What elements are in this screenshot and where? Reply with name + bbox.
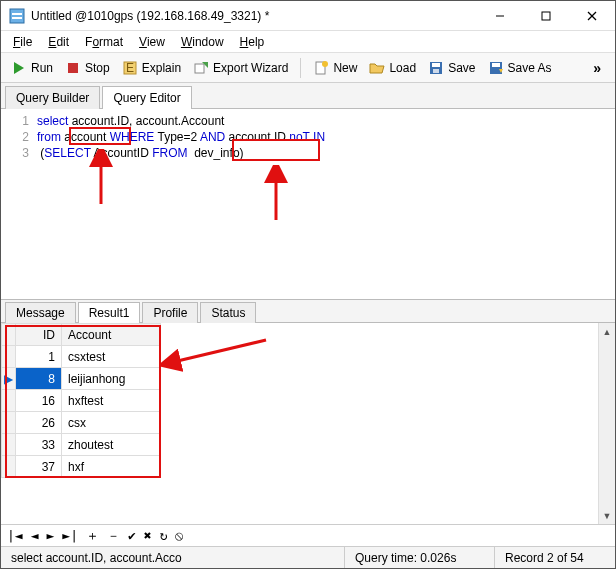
status-sql: select account.ID, account.Acco: [1, 547, 345, 568]
svg-rect-2: [12, 17, 22, 19]
table-row[interactable]: 33zhoutest: [2, 434, 161, 456]
export-icon: [193, 60, 209, 76]
code-area[interactable]: select account.ID, account.Account from …: [37, 109, 325, 299]
stop-icon: [65, 60, 81, 76]
svg-marker-7: [14, 62, 24, 74]
menu-view[interactable]: View: [133, 33, 171, 51]
table-row[interactable]: 16hxftest: [2, 390, 161, 412]
svg-rect-18: [433, 69, 439, 73]
svg-rect-1: [12, 13, 22, 15]
toolbar: Run Stop E Explain Export Wizard New Loa…: [1, 53, 615, 83]
nav-first-button[interactable]: |◄: [7, 528, 23, 543]
close-button[interactable]: [569, 1, 615, 31]
status-bar: select account.ID, account.Acco Query ti…: [1, 546, 615, 568]
row-header-corner: [2, 324, 16, 346]
col-account[interactable]: Account: [62, 324, 161, 346]
tab-message[interactable]: Message: [5, 302, 76, 323]
explain-label: Explain: [142, 61, 181, 75]
new-button[interactable]: New: [309, 58, 361, 78]
new-label: New: [333, 61, 357, 75]
tab-profile[interactable]: Profile: [142, 302, 198, 323]
separator: [300, 58, 301, 78]
toolbar-overflow-button[interactable]: »: [585, 60, 609, 76]
app-window: Untitled @1010gps (192.168.168.49_3321) …: [0, 0, 616, 569]
lower-tabs: Message Result1 Profile Status: [1, 299, 615, 323]
header-row: ID Account: [2, 324, 161, 346]
scroll-down-button[interactable]: ▼: [599, 507, 615, 524]
export-label: Export Wizard: [213, 61, 288, 75]
table-row[interactable]: 26csx: [2, 412, 161, 434]
saveas-button[interactable]: Save As: [484, 58, 556, 78]
vertical-scrollbar[interactable]: ▲ ▼: [598, 323, 615, 524]
table-row[interactable]: 1csxtest: [2, 346, 161, 368]
menu-format[interactable]: Format: [79, 33, 129, 51]
nav-commit-button[interactable]: ✔: [128, 528, 136, 543]
app-icon: [9, 8, 25, 24]
svg-rect-8: [68, 63, 78, 73]
svg-rect-20: [492, 63, 500, 67]
saveas-icon: [488, 60, 504, 76]
nav-last-button[interactable]: ►|: [62, 528, 78, 543]
svg-rect-17: [432, 63, 440, 67]
run-label: Run: [31, 61, 53, 75]
scroll-up-button[interactable]: ▲: [599, 323, 615, 340]
svg-line-26: [169, 340, 266, 363]
folder-open-icon: [369, 60, 385, 76]
run-button[interactable]: Run: [7, 58, 57, 78]
menu-file[interactable]: File: [7, 33, 38, 51]
tab-status[interactable]: Status: [200, 302, 256, 323]
svg-rect-0: [10, 9, 24, 23]
window-title: Untitled @1010gps (192.168.168.49_3321) …: [31, 9, 477, 23]
nav-stop-button[interactable]: ⦸: [175, 528, 183, 544]
play-icon: [11, 60, 27, 76]
titlebar: Untitled @1010gps (192.168.168.49_3321) …: [1, 1, 615, 31]
save-label: Save: [448, 61, 475, 75]
stop-label: Stop: [85, 61, 110, 75]
record-navigator: |◄ ◄ ► ►| ＋ － ✔ ✖ ↻ ⦸: [1, 524, 615, 546]
svg-rect-11: [195, 64, 204, 73]
result-grid[interactable]: ID Account 1csxtest ▶8leijianhong 16hxft…: [1, 323, 161, 478]
menubar: File Edit Format View Window Help: [1, 31, 615, 53]
load-label: Load: [389, 61, 416, 75]
upper-tabs: Query Builder Query Editor: [1, 83, 615, 109]
menu-window[interactable]: Window: [175, 33, 230, 51]
nav-delete-button[interactable]: －: [107, 527, 120, 545]
explain-button[interactable]: E Explain: [118, 58, 185, 78]
save-button[interactable]: Save: [424, 58, 479, 78]
table-row[interactable]: 37hxf: [2, 456, 161, 478]
stop-button[interactable]: Stop: [61, 58, 114, 78]
tab-query-builder[interactable]: Query Builder: [5, 86, 100, 109]
line-gutter: 123: [1, 109, 37, 299]
nav-add-button[interactable]: ＋: [86, 527, 99, 545]
status-record: Record 2 of 54: [495, 547, 615, 568]
menu-edit[interactable]: Edit: [42, 33, 75, 51]
svg-marker-15: [370, 64, 384, 73]
sql-editor[interactable]: 123 select account.ID, account.Account f…: [1, 109, 615, 299]
nav-next-button[interactable]: ►: [46, 528, 54, 543]
menu-help[interactable]: Help: [234, 33, 271, 51]
nav-cancel-button[interactable]: ✖: [144, 528, 152, 543]
saveas-label: Save As: [508, 61, 552, 75]
save-icon: [428, 60, 444, 76]
tab-result1[interactable]: Result1: [78, 302, 141, 323]
svg-text:E: E: [126, 61, 134, 75]
status-time: Query time: 0.026s: [345, 547, 495, 568]
nav-refresh-button[interactable]: ↻: [160, 528, 168, 543]
tab-query-editor[interactable]: Query Editor: [102, 86, 191, 109]
minimize-button[interactable]: [477, 1, 523, 31]
annotation-arrow: [161, 335, 271, 375]
explain-icon: E: [122, 60, 138, 76]
load-button[interactable]: Load: [365, 58, 420, 78]
new-icon: [313, 60, 329, 76]
svg-point-14: [322, 61, 328, 67]
result-pane: ID Account 1csxtest ▶8leijianhong 16hxft…: [1, 323, 615, 524]
maximize-button[interactable]: [523, 1, 569, 31]
svg-rect-4: [542, 12, 550, 20]
export-wizard-button[interactable]: Export Wizard: [189, 58, 292, 78]
col-id[interactable]: ID: [16, 324, 62, 346]
table-row[interactable]: ▶8leijianhong: [2, 368, 161, 390]
nav-prev-button[interactable]: ◄: [31, 528, 39, 543]
